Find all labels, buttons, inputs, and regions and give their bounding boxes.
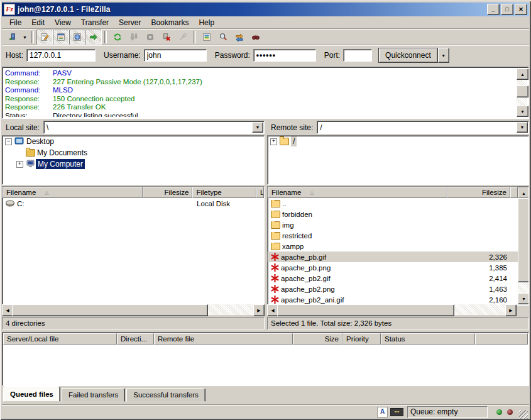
log-line: Response:150 Connection accepted [5, 95, 515, 104]
quickconnect-bar: Host: Username: Password: Port: Quickcon… [2, 45, 529, 65]
username-input[interactable] [144, 49, 207, 62]
file-row[interactable]: .. [268, 198, 518, 209]
filter-button[interactable] [199, 30, 215, 45]
tree-item-my-computer[interactable]: + My Computer [3, 158, 264, 170]
status-bar: A ▪▪▪ Queue: empty [2, 404, 529, 419]
local-site-combo[interactable]: \ ▼ [43, 121, 265, 134]
column-header-status[interactable]: Status [381, 333, 475, 345]
scrollbar-thumb[interactable] [518, 198, 529, 282]
close-button[interactable]: ✕ [515, 4, 527, 15]
column-header-filler [475, 333, 528, 345]
resize-grip[interactable] [519, 410, 528, 419]
site-manager-button[interactable] [4, 30, 21, 45]
scroll-right-icon[interactable]: ▶ [505, 304, 517, 316]
column-header-filetype[interactable]: Filetype [192, 187, 256, 198]
file-row[interactable]: apache_pb2.gif 2,414 [268, 273, 518, 284]
menu-transfer[interactable]: Transfer [76, 17, 114, 28]
reconnect-icon [178, 33, 188, 41]
message-log-toggle-button[interactable] [36, 30, 53, 45]
tree-item-my-documents[interactable]: My Documents [3, 147, 264, 158]
scroll-up-icon[interactable]: ▲ [518, 187, 529, 199]
column-header-server-local-file[interactable]: Server/Local file [3, 333, 117, 345]
expand-icon[interactable]: + [270, 138, 277, 145]
port-input[interactable] [343, 49, 372, 62]
log-line: Response:226 Transfer OK [5, 103, 515, 112]
file-row[interactable]: img [268, 219, 518, 230]
scrollbar-thumb[interactable] [277, 304, 454, 316]
toolbar-separator [104, 31, 107, 43]
column-header-remote-file[interactable]: Remote file [154, 333, 293, 345]
remote-vertical-scrollbar[interactable]: ▲ ▼ [518, 187, 528, 304]
file-row[interactable]: apache_pb.png 1,385 [268, 262, 518, 273]
image-file-icon [271, 285, 279, 293]
username-label: Username: [104, 51, 141, 60]
host-input[interactable] [26, 49, 96, 62]
synchronized-browsing-button[interactable] [231, 30, 248, 45]
folder-icon [271, 232, 280, 240]
chevron-down-icon[interactable]: ▼ [252, 122, 263, 133]
speed-limit-icon[interactable]: ▪▪▪ [390, 408, 403, 416]
minimize-button[interactable]: _ [487, 4, 500, 15]
tree-item-desktop[interactable]: − Desktop [3, 136, 264, 147]
scrollbar-thumb[interactable] [12, 304, 208, 316]
folder-icon [271, 221, 280, 229]
local-horizontal-scrollbar[interactable]: ◀ ▶ [2, 304, 265, 315]
column-header-filesize[interactable]: Filesize [447, 187, 510, 198]
file-row-selected[interactable]: apache_pb.gif 2,326 [268, 251, 518, 262]
column-header-lastmodified[interactable]: L [256, 187, 264, 198]
local-status-text: 4 directories [2, 317, 265, 329]
local-file-row-c-drive[interactable]: C: Local Disk [3, 198, 264, 209]
remote-horizontal-scrollbar[interactable]: ◀ ▶ [267, 304, 517, 315]
column-header-size[interactable]: Size [293, 333, 342, 345]
menu-file[interactable]: File [4, 17, 26, 28]
folder-icon [271, 200, 280, 207]
password-input[interactable] [253, 49, 316, 62]
log-scrollbar[interactable]: ▲ ▼ [517, 69, 527, 117]
folder-icon [280, 138, 289, 145]
menu-view[interactable]: View [50, 17, 76, 28]
column-header-priority[interactable]: Priority [342, 333, 381, 345]
tab-queued-files[interactable]: Queued files [3, 386, 60, 402]
file-panes-toggle-button[interactable] [53, 30, 69, 45]
transfer-queue-toggle-button[interactable] [85, 30, 102, 45]
tree-item-root[interactable]: + / [268, 136, 528, 147]
file-row[interactable]: restricted [268, 230, 518, 241]
file-row[interactable]: xampp [268, 241, 518, 251]
refresh-button[interactable] [109, 30, 126, 45]
remote-site-combo[interactable]: / ▼ [317, 121, 529, 134]
scrollbar-thumb[interactable] [517, 86, 528, 97]
column-header-filename[interactable]: Filename△ [3, 187, 143, 198]
chevron-down-icon[interactable]: ▼ [517, 122, 528, 133]
message-log: Command:PASV Response:227 Entering Passi… [2, 67, 529, 119]
transfer-type-ascii-icon[interactable]: A [377, 407, 388, 417]
collapse-icon[interactable]: − [5, 138, 12, 145]
disconnect-button[interactable] [158, 30, 175, 45]
quickconnect-button[interactable]: Quickconnect [378, 48, 438, 63]
site-manager-dropdown[interactable]: ▼ [21, 30, 29, 44]
file-row[interactable]: apache_pb2_ani.gif 2,160 [268, 294, 518, 305]
column-header-filesize[interactable]: Filesize [143, 187, 193, 198]
menu-bookmarks[interactable]: Bookmarks [146, 17, 194, 28]
scroll-down-icon[interactable]: ▼ [517, 106, 528, 117]
file-row[interactable]: apache_pb2.png 1,463 [268, 284, 518, 294]
file-row[interactable]: forbidden [268, 209, 518, 219]
column-header-direction[interactable]: Directi... [117, 333, 154, 345]
menu-help[interactable]: Help [194, 17, 219, 28]
menu-server[interactable]: Server [114, 17, 146, 28]
directory-tree-toggle-button[interactable] [69, 30, 85, 45]
menu-edit[interactable]: Edit [26, 17, 50, 28]
expand-icon[interactable]: + [16, 161, 23, 168]
sort-asc-icon: △ [310, 190, 314, 196]
directory-comparison-icon [218, 33, 228, 41]
tab-successful-transfers[interactable]: Successful transfers [126, 388, 205, 402]
quickconnect-dropdown[interactable]: ▼ [438, 48, 449, 63]
maximize-button[interactable]: □ [501, 4, 513, 15]
scroll-down-icon[interactable]: ▼ [518, 293, 529, 304]
tab-failed-transfers[interactable]: Failed transfers [62, 388, 125, 402]
scroll-right-icon[interactable]: ▶ [253, 304, 265, 316]
scroll-up-icon[interactable]: ▲ [517, 69, 528, 80]
find-files-button[interactable] [248, 30, 264, 45]
column-header-filename[interactable]: Filename△ [268, 187, 447, 198]
filter-icon [202, 33, 212, 41]
directory-comparison-button[interactable] [215, 30, 231, 45]
